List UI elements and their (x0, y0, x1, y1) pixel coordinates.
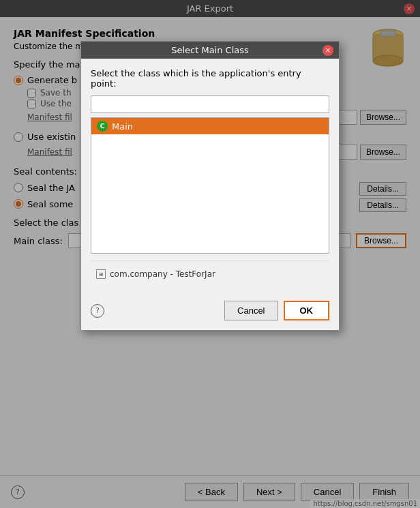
modal-list[interactable]: C Main (91, 117, 329, 254)
package-icon: ⊞ (96, 269, 106, 279)
modal-body: Select the class which is the applicatio… (81, 59, 339, 295)
select-main-class-dialog: Select Main Class × Select the class whi… (80, 41, 340, 331)
package-item[interactable]: ⊞ com.company - TestForJar (91, 267, 329, 282)
modal-close-button[interactable]: × (322, 45, 333, 56)
modal-footer: ? Cancel OK (81, 295, 339, 330)
modal-title: Select Main Class (171, 45, 249, 55)
modal-help-button[interactable]: ? (91, 304, 104, 318)
modal-package-section: ⊞ com.company - TestForJar (91, 260, 329, 282)
modal-cancel-button[interactable]: Cancel (224, 301, 278, 320)
modal-ok-button[interactable]: OK (284, 301, 330, 320)
modal-titlebar: Select Main Class × (81, 42, 339, 59)
modal-overlay: Select Main Class × Select the class whi… (0, 0, 420, 508)
modal-search-input[interactable] (91, 95, 329, 113)
modal-btn-group: Cancel OK (224, 301, 329, 320)
list-item-name: Main (112, 121, 133, 132)
class-icon: C (97, 121, 108, 132)
modal-desc: Select the class which is the applicatio… (91, 68, 329, 89)
list-item[interactable]: C Main (91, 118, 329, 134)
jar-export-window: JAR Export × JAR Manifest Specification … (0, 0, 420, 508)
package-item-name: com.company - TestForJar (110, 269, 215, 279)
